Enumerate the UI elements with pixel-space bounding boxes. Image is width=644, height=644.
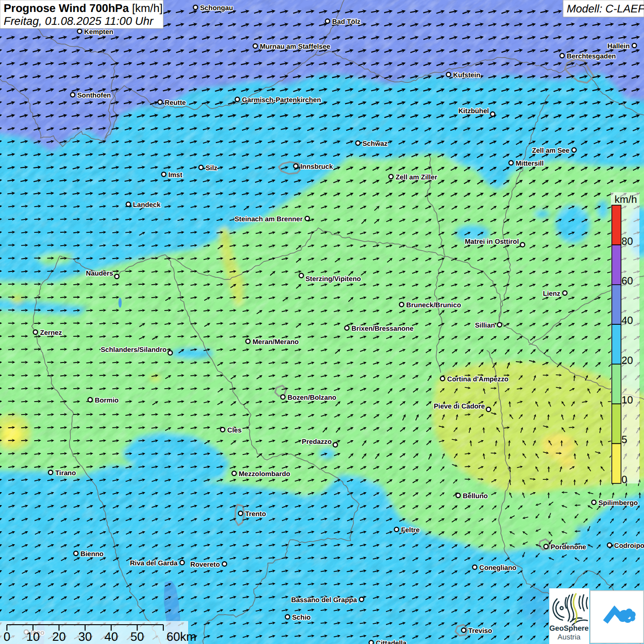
svg-text:40: 40 [621, 315, 633, 326]
svg-text:Feltre: Feltre [401, 527, 420, 534]
svg-text:Silz: Silz [206, 165, 218, 172]
svg-text:5: 5 [621, 434, 627, 445]
svg-text:50: 50 [131, 630, 144, 644]
svg-text:Murnau am Staffelsee: Murnau am Staffelsee [260, 43, 330, 51]
svg-text:0: 0 [621, 474, 627, 485]
svg-text:Matrei in Osttirol: Matrei in Osttirol [465, 238, 519, 246]
svg-text:Brixen/Bressanone: Brixen/Bressanone [351, 325, 414, 333]
svg-text:10: 10 [26, 630, 40, 644]
svg-text:Freitag, 01.08.2025 11:00 Uhr: Freitag, 01.08.2025 11:00 Uhr [4, 15, 154, 28]
svg-text:Pordenone: Pordenone [551, 544, 586, 551]
svg-text:Mezzolombardo: Mezzolombardo [239, 471, 290, 478]
svg-text:Schongau: Schongau [200, 5, 233, 12]
svg-text:Kitzbühel: Kitzbühel [458, 108, 489, 115]
svg-text:Nauders: Nauders [86, 270, 113, 277]
svg-text:Garmisch-Partenkirchen: Garmisch-Partenkirchen [242, 97, 321, 104]
svg-text:Steinach am Brenner: Steinach am Brenner [235, 216, 303, 223]
svg-text:Bruneck/Brunico: Bruneck/Brunico [406, 302, 461, 309]
svg-text:km/h: km/h [615, 194, 637, 205]
svg-text:60: 60 [621, 275, 633, 287]
svg-text:Sillian: Sillian [475, 322, 495, 329]
svg-text:40: 40 [104, 630, 118, 644]
svg-text:Innsbruck: Innsbruck [300, 163, 333, 171]
svg-text:Cittadella: Cittadella [376, 640, 407, 644]
svg-text:Schlanders/Silandro: Schlanders/Silandro [101, 346, 167, 354]
svg-text:Schio: Schio [292, 614, 310, 621]
svg-text:60km: 60km [167, 630, 196, 644]
svg-text:Kempten: Kempten [84, 29, 113, 36]
svg-text:Kufstein: Kufstein [453, 72, 480, 79]
svg-text:Bienno: Bienno [80, 551, 104, 558]
svg-text:Bassano del Grappa: Bassano del Grappa [291, 597, 357, 604]
svg-text:Spilimbergo: Spilimbergo [598, 500, 638, 507]
svg-text:Imst: Imst [168, 172, 182, 179]
svg-text:Conegliano: Conegliano [479, 564, 517, 572]
svg-text:Lienz: Lienz [543, 290, 560, 298]
svg-text:Schwaz: Schwaz [362, 140, 387, 148]
svg-text:Modell: C-LAEF: Modell: C-LAEF [567, 3, 644, 15]
svg-text:0: 0 [4, 630, 11, 644]
svg-text:Codroipo: Codroipo [614, 542, 644, 550]
svg-text:Berchtesgaden: Berchtesgaden [567, 53, 616, 60]
svg-text:80: 80 [621, 236, 633, 247]
svg-text:Landeck: Landeck [133, 201, 161, 209]
svg-text:Belluno: Belluno [463, 493, 488, 500]
svg-text:20: 20 [52, 630, 66, 644]
svg-text:20: 20 [621, 355, 633, 366]
svg-text:Zernez: Zernez [40, 329, 62, 337]
svg-text:Pieve di Cadore: Pieve di Cadore [434, 403, 485, 410]
svg-text:Sonthofen: Sonthofen [77, 92, 111, 99]
svg-text:Predazzo: Predazzo [302, 438, 332, 446]
svg-text:Bad Tölz: Bad Tölz [332, 18, 361, 26]
svg-text:Reutte: Reutte [165, 99, 186, 107]
svg-text:Austria: Austria [558, 633, 581, 641]
svg-text:GeoSphere: GeoSphere [549, 625, 588, 632]
svg-text:Meran/Merano: Meran/Merano [253, 339, 299, 346]
svg-text:Tirano: Tirano [55, 470, 76, 477]
svg-text:Bormio: Bormio [95, 397, 119, 404]
svg-text:Prognose Wind 700hPa [km/h]: Prognose Wind 700hPa [km/h] [4, 2, 163, 15]
svg-text:Hallein: Hallein [607, 43, 630, 50]
svg-text:Treviso: Treviso [468, 627, 492, 635]
svg-text:10: 10 [621, 394, 633, 406]
svg-text:Riva del Garda: Riva del Garda [130, 560, 178, 567]
svg-text:Mittersill: Mittersill [516, 160, 544, 167]
svg-text:Cles: Cles [227, 427, 242, 434]
svg-text:Cortina d'Ampezzo: Cortina d'Ampezzo [447, 376, 508, 383]
svg-text:Sterzing/Vipiteno: Sterzing/Vipiteno [305, 276, 361, 283]
svg-text:Trento: Trento [245, 511, 266, 518]
svg-text:Bozen/Bolzano: Bozen/Bolzano [288, 394, 336, 402]
svg-text:Zell am See: Zell am See [532, 147, 569, 155]
svg-text:30: 30 [78, 630, 92, 644]
svg-text:Zell am Ziller: Zell am Ziller [396, 174, 437, 181]
svg-text:Rovereto: Rovereto [190, 561, 220, 569]
